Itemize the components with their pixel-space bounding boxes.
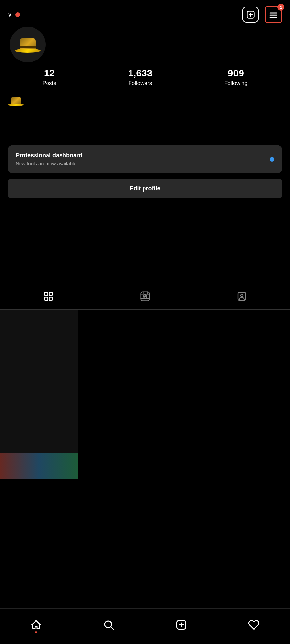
posts-count: 12 bbox=[44, 68, 55, 79]
tagged-icon bbox=[237, 291, 247, 302]
svg-rect-8 bbox=[45, 297, 48, 300]
tab-reels[interactable] bbox=[97, 283, 193, 309]
posts-stat[interactable]: 12 Posts bbox=[42, 68, 56, 87]
header-left: ∨ bbox=[8, 11, 20, 18]
add-icon bbox=[175, 619, 187, 631]
dashboard-title: Professional dashboard bbox=[16, 152, 82, 159]
dashboard-subtitle: New tools are now available. bbox=[16, 161, 82, 166]
svg-rect-9 bbox=[49, 297, 52, 300]
content-tabs bbox=[0, 283, 290, 310]
dashboard-text: Professional dashboard New tools are now… bbox=[16, 152, 82, 166]
edit-profile-button[interactable]: Edit profile bbox=[8, 179, 282, 198]
tab-grid[interactable] bbox=[0, 283, 97, 309]
svg-rect-6 bbox=[45, 292, 48, 295]
header: ∨ 1 bbox=[0, 0, 290, 27]
nav-activity[interactable] bbox=[244, 615, 264, 635]
empty-space bbox=[0, 106, 290, 145]
professional-dashboard-card[interactable]: Professional dashboard New tools are now… bbox=[8, 145, 282, 173]
svg-rect-7 bbox=[49, 292, 52, 295]
small-hat-image bbox=[8, 96, 24, 106]
add-content-button[interactable] bbox=[242, 7, 259, 23]
following-count: 909 bbox=[228, 68, 244, 79]
plus-icon bbox=[246, 10, 255, 19]
reels-icon bbox=[140, 291, 150, 302]
hat-image bbox=[15, 36, 41, 53]
bottom-nav bbox=[0, 608, 290, 644]
search-icon bbox=[103, 619, 115, 631]
posts-grid-area bbox=[0, 310, 290, 479]
following-label: Following bbox=[224, 80, 248, 87]
notification-badge: 1 bbox=[277, 4, 284, 11]
nav-add[interactable] bbox=[172, 615, 191, 635]
avatar-row bbox=[0, 27, 290, 62]
menu-button[interactable]: 1 bbox=[265, 6, 282, 23]
online-status-dot bbox=[15, 12, 20, 17]
svg-point-12 bbox=[145, 296, 146, 297]
edit-profile-label: Edit profile bbox=[130, 185, 160, 192]
username-row: ∨ bbox=[8, 11, 20, 18]
hamburger-icon bbox=[269, 10, 278, 20]
avatar bbox=[10, 27, 46, 62]
home-icon bbox=[30, 619, 42, 631]
followers-stat[interactable]: 1,633 Followers bbox=[128, 68, 152, 87]
nav-search[interactable] bbox=[99, 615, 118, 635]
following-stat[interactable]: 909 Following bbox=[224, 68, 248, 87]
posts-label: Posts bbox=[42, 80, 56, 87]
nav-home[interactable] bbox=[26, 615, 46, 635]
grid-icon bbox=[43, 291, 54, 302]
followers-label: Followers bbox=[128, 80, 152, 87]
chevron-down-icon[interactable]: ∨ bbox=[8, 11, 12, 18]
heart-icon bbox=[248, 619, 260, 631]
header-right: 1 bbox=[242, 6, 282, 23]
home-active-dot bbox=[35, 631, 37, 633]
second-avatar-area bbox=[0, 96, 290, 106]
svg-line-20 bbox=[111, 627, 114, 629]
stats-row: 12 Posts 1,633 Followers 909 Following bbox=[0, 68, 290, 87]
spacer bbox=[0, 198, 290, 283]
post-item[interactable] bbox=[0, 310, 78, 479]
svg-point-18 bbox=[241, 294, 243, 297]
followers-count: 1,633 bbox=[128, 68, 152, 79]
tab-tagged[interactable] bbox=[193, 283, 290, 309]
new-feature-dot bbox=[270, 157, 274, 162]
